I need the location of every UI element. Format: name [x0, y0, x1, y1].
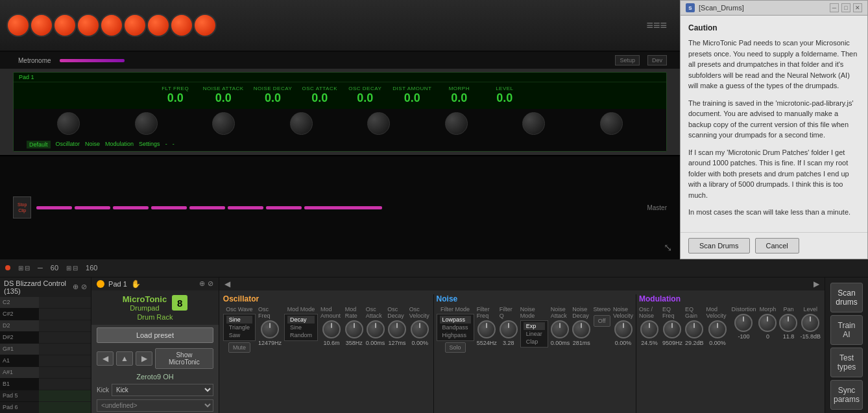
osc-decay-knob[interactable]: [388, 320, 406, 338]
stereo-off-button[interactable]: Off: [594, 315, 610, 327]
knob-3[interactable]: [53, 14, 77, 37]
piano-key-pad5[interactable]: Pad 5: [0, 390, 39, 402]
param-knob-7[interactable]: [522, 112, 545, 135]
wave-saw[interactable]: Saw: [226, 331, 252, 339]
knob-5[interactable]: [100, 14, 123, 37]
filter-mode-list[interactable]: Lowpass Bandpass Highpass: [437, 314, 474, 341]
param-knob-4[interactable]: [290, 112, 313, 135]
param-knob-6[interactable]: [445, 112, 468, 135]
show-microtonic-button[interactable]: Show MicroTonic: [155, 348, 213, 369]
pad-pink-2[interactable]: [75, 206, 110, 209]
train-ai-btn[interactable]: Train AI: [830, 315, 863, 345]
param-knob-5[interactable]: [367, 112, 390, 135]
param-knob-8[interactable]: [600, 112, 623, 135]
filter-freq-knob[interactable]: [477, 320, 496, 338]
osc-velocity-knob[interactable]: [411, 320, 429, 338]
piano-key-ds2[interactable]: D#2: [0, 332, 39, 344]
sync-params-btn[interactable]: Sync params: [830, 380, 863, 410]
stop-clip-button[interactable]: Stop Clip: [13, 196, 31, 218]
eq-gain-knob[interactable]: [685, 320, 703, 338]
osc-attack-knob[interactable]: [367, 320, 385, 338]
nav-prev-btn[interactable]: ◀: [97, 351, 114, 366]
piano-key-a1[interactable]: A1: [0, 355, 39, 367]
tab-modulation[interactable]: Modulation: [105, 141, 134, 148]
tab-oscillator[interactable]: Oscillator: [56, 141, 80, 148]
noise-decay-knob[interactable]: [572, 320, 590, 338]
load-preset-button[interactable]: Load preset: [97, 327, 213, 343]
dialog-close-btn[interactable]: ✕: [853, 3, 862, 12]
dialog-maximize-btn[interactable]: □: [841, 3, 850, 12]
wave-triangle[interactable]: Triangle: [226, 324, 252, 331]
tab-settings[interactable]: Settings: [139, 141, 160, 148]
piano-key-c2[interactable]: C2: [0, 297, 39, 309]
solo-button[interactable]: Solo: [445, 342, 466, 353]
pad-pink-3[interactable]: [113, 206, 149, 209]
cancel-button[interactable]: Cancel: [755, 238, 799, 254]
mod-mode-random[interactable]: Random: [287, 331, 315, 339]
osc-wave-list[interactable]: Sine Triangle Saw: [223, 314, 256, 341]
distortion-knob[interactable]: [734, 314, 753, 332]
resize-handle[interactable]: ⤢: [664, 242, 672, 254]
level-knob[interactable]: [801, 314, 819, 332]
tab-noise[interactable]: Noise: [85, 141, 100, 148]
pad-pink-6[interactable]: [228, 206, 263, 209]
dev-button[interactable]: Dev: [647, 55, 667, 65]
tab-default[interactable]: Default: [27, 141, 51, 148]
piano-key-b1[interactable]: B1: [0, 379, 39, 390]
noise-mode-linear[interactable]: Linear: [524, 330, 545, 338]
pan-knob[interactable]: [779, 314, 797, 332]
filter-highpass[interactable]: Highpass: [440, 331, 471, 339]
mt-header-icon1[interactable]: ⊕: [199, 279, 205, 288]
rp-nav-right[interactable]: ▶: [814, 279, 819, 289]
setup-button[interactable]: Setup: [615, 55, 640, 65]
mod-mode-decay[interactable]: Decay: [287, 316, 315, 324]
noise-mode-list[interactable]: Exp Linear Clap: [520, 320, 548, 348]
piano-key-as1[interactable]: A#1: [0, 367, 39, 379]
mt-kick-dropdown[interactable]: Kick: [112, 384, 213, 396]
param-knob-2[interactable]: [135, 112, 158, 135]
mute-button[interactable]: Mute: [228, 342, 250, 353]
scan-drums-action-btn[interactable]: Scan drums: [830, 283, 863, 313]
piano-key-cs2[interactable]: C#2: [0, 309, 39, 320]
morph-knob[interactable]: [758, 314, 777, 332]
test-types-btn[interactable]: Test types: [830, 348, 863, 377]
eq-freq-knob[interactable]: [663, 320, 681, 338]
lp-icon-1[interactable]: ⊕: [73, 283, 78, 291]
mod-rate-knob[interactable]: [345, 320, 363, 338]
filter-q-knob[interactable]: [500, 320, 518, 338]
rp-nav-left[interactable]: ◀: [224, 279, 230, 289]
mod-amount-knob[interactable]: [322, 320, 341, 338]
scan-drums-button[interactable]: Scan Drums: [688, 238, 750, 254]
knob-7[interactable]: [147, 14, 170, 37]
osc-freq-knob[interactable]: [261, 320, 279, 338]
mod-mode-sine[interactable]: Sine: [287, 324, 315, 331]
nav-up-btn[interactable]: ▲: [116, 351, 133, 366]
knob-8[interactable]: [170, 14, 193, 37]
mod-mode-list[interactable]: Decay Sine Random: [284, 314, 318, 341]
pad-pink-master[interactable]: [304, 206, 382, 209]
dialog-minimize-btn[interactable]: ─: [830, 3, 839, 12]
mt-header-icon2[interactable]: ⊘: [208, 279, 213, 288]
knob-4[interactable]: [77, 14, 100, 37]
filter-lowpass[interactable]: Lowpass: [440, 316, 471, 324]
lp-icon-2[interactable]: ⊘: [81, 283, 87, 291]
noise-attack-knob[interactable]: [551, 320, 569, 338]
mod-velocity-knob[interactable]: [708, 320, 727, 338]
pad-pink-5[interactable]: [189, 206, 225, 209]
wave-sine[interactable]: Sine: [226, 316, 252, 324]
knob-2[interactable]: [30, 14, 53, 37]
noise-mode-clap[interactable]: Clap: [524, 338, 545, 346]
param-knob-3[interactable]: [212, 112, 235, 135]
pad-pink-4[interactable]: [151, 206, 187, 209]
nav-next-btn[interactable]: ▶: [136, 351, 152, 366]
filter-bandpass[interactable]: Bandpass: [440, 324, 471, 331]
osc-noise-knob[interactable]: [640, 320, 658, 338]
piano-key-d2[interactable]: D2: [0, 320, 39, 332]
knob-1[interactable]: [6, 14, 30, 37]
pad-pink-7[interactable]: [266, 206, 302, 209]
piano-key-gs1[interactable]: G#1: [0, 344, 39, 355]
mt-undefined-dropdown[interactable]: <undefined>: [97, 399, 213, 412]
knob-9[interactable]: [193, 14, 217, 37]
noise-velocity-knob[interactable]: [614, 320, 633, 338]
piano-key-pad6[interactable]: Pad 6: [0, 402, 39, 414]
